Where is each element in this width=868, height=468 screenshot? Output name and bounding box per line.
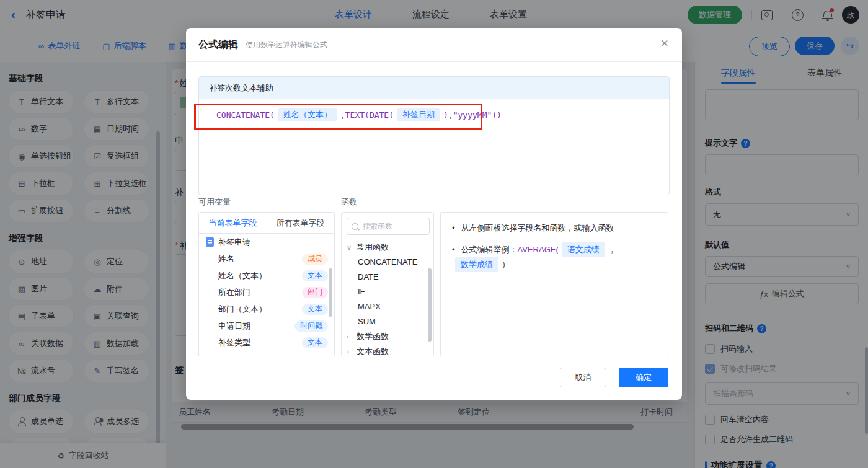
help-line-1: 从左侧面板选择字段名和函数，或输入函数 bbox=[452, 221, 657, 235]
type-badge: 成员 bbox=[302, 254, 328, 265]
variable-row-department-text[interactable]: 部门（文本） 文本 bbox=[199, 301, 334, 317]
functions-label: 函数 bbox=[341, 196, 357, 208]
variable-row-department[interactable]: 所在部门 部门 bbox=[199, 284, 334, 301]
formula-segment: ,TEXT(DATE( bbox=[340, 110, 394, 120]
function-search-input[interactable] bbox=[361, 221, 420, 231]
variables-panel: 当前表单字段 所有表单字段 补签申请 姓名 成员 姓名（文本） 文本 所在部门 … bbox=[198, 212, 335, 356]
chevron-collapsed-icon: › bbox=[347, 333, 353, 340]
app-root: ‹ 补签申请 表单设计 流程设定 表单设置 数据管理 ? 政 ∞ 表单外链 bbox=[0, 0, 868, 468]
search-icon bbox=[352, 223, 358, 230]
confirm-button[interactable]: 确定 bbox=[619, 368, 668, 387]
variables-label: 可用变量 bbox=[198, 196, 231, 208]
function-group-math[interactable]: › 数学函数 bbox=[342, 329, 433, 344]
help-panel: 从左侧面板选择字段名和函数，或输入函数 公式编辑举例：AVERAGE(语文成绩，… bbox=[440, 212, 668, 356]
example-chip-math-score: 数学成绩 bbox=[455, 257, 498, 272]
variable-row-resign-type[interactable]: 补签类型 文本 bbox=[199, 334, 334, 351]
variable-row-name-text[interactable]: 姓名（文本） 文本 bbox=[199, 267, 334, 284]
function-item-date[interactable]: DATE bbox=[342, 270, 433, 285]
formula-expression[interactable]: CONCATENATE( 姓名（文本） ,TEXT(DATE( 补签日期 ),"… bbox=[199, 99, 669, 121]
chevron-expanded-icon: ∨ bbox=[347, 244, 353, 252]
tab-all-form-fields[interactable]: 所有表单字段 bbox=[267, 213, 334, 233]
type-badge: 文本 bbox=[302, 337, 328, 348]
modal-header: 公式编辑 使用数学运算符编辑公式 bbox=[186, 28, 682, 62]
form-doc-icon bbox=[206, 237, 214, 247]
modal-subtitle: 使用数学运算符编辑公式 bbox=[246, 40, 327, 50]
function-item-sum[interactable]: SUM bbox=[342, 314, 433, 329]
tab-current-form-fields[interactable]: 当前表单字段 bbox=[199, 213, 267, 233]
variables-tabs: 当前表单字段 所有表单字段 bbox=[199, 213, 334, 234]
functions-panel: ∨ 常用函数 CONCATENATE DATE IF MAPX SUM › 数学… bbox=[341, 212, 434, 356]
field-chip-name-text[interactable]: 姓名（文本） bbox=[278, 108, 337, 121]
function-item-if[interactable]: IF bbox=[342, 285, 433, 299]
tree-root-form[interactable]: 补签申请 bbox=[199, 234, 334, 250]
function-group-common[interactable]: ∨ 常用函数 bbox=[342, 240, 433, 255]
cancel-button[interactable]: 取消 bbox=[560, 368, 606, 387]
type-badge: 文本 bbox=[302, 304, 328, 315]
functions-scrollbar[interactable] bbox=[428, 268, 432, 342]
help-line-2: 公式编辑举例：AVERAGE(语文成绩，数学成绩） bbox=[452, 242, 657, 272]
function-item-mapx[interactable]: MAPX bbox=[342, 299, 433, 314]
formula-edit-modal: 公式编辑 使用数学运算符编辑公式 × 补签次数文本辅助 = CONCATENAT… bbox=[186, 28, 682, 400]
example-chip-chinese-score: 语文成绩 bbox=[562, 242, 605, 257]
formula-assignment: 补签次数文本辅助 = bbox=[199, 77, 669, 99]
formula-segment: CONCATENATE( bbox=[216, 110, 275, 120]
function-item-concatenate[interactable]: CONCATENATE bbox=[342, 255, 433, 270]
type-badge: 时间戳 bbox=[294, 320, 328, 332]
chevron-collapsed-icon: › bbox=[347, 348, 353, 355]
variable-row-apply-date[interactable]: 申请日期 时间戳 bbox=[199, 317, 334, 334]
variable-row-name[interactable]: 姓名 成员 bbox=[199, 250, 334, 267]
example-function-name: AVERAGE( bbox=[518, 243, 559, 257]
field-chip-resign-date[interactable]: 补签日期 bbox=[397, 108, 440, 121]
modal-title: 公式编辑 bbox=[198, 38, 238, 51]
type-badge: 部门 bbox=[302, 287, 328, 298]
function-group-text[interactable]: › 文本函数 bbox=[342, 344, 433, 356]
formula-editor[interactable]: 补签次数文本辅助 = CONCATENATE( 姓名（文本） ,TEXT(DAT… bbox=[198, 76, 670, 195]
type-badge: 文本 bbox=[302, 270, 328, 281]
close-icon[interactable]: × bbox=[660, 37, 668, 50]
formula-segment: ),"yyyyMM")) bbox=[443, 110, 502, 120]
function-search-box bbox=[347, 218, 430, 235]
variables-scrollbar[interactable] bbox=[329, 268, 332, 317]
